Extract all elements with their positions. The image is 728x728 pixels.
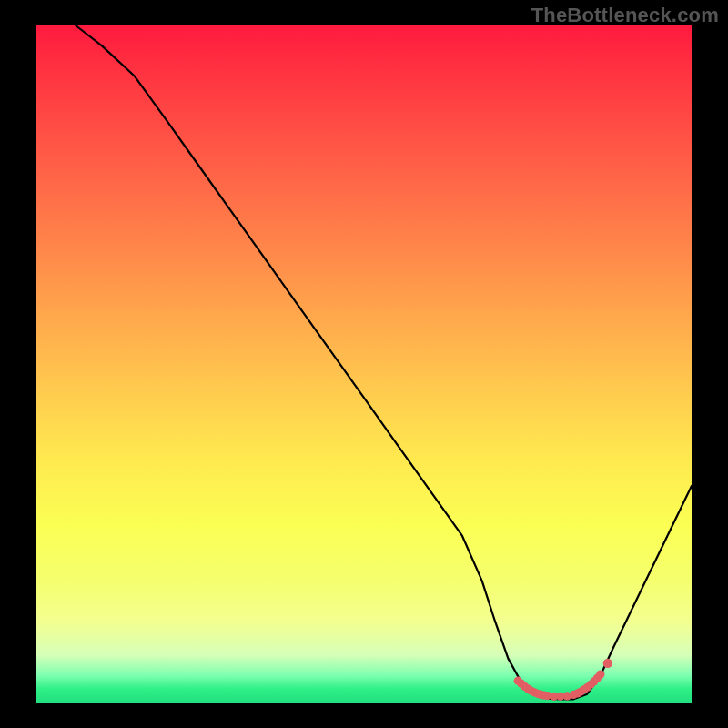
watermark-text: TheBottleneck.com [531, 4, 719, 27]
optimal-zone-marker [514, 659, 612, 701]
chart-frame: TheBottleneck.com [0, 0, 728, 728]
chart-svg [36, 25, 692, 703]
bottleneck-curve [76, 25, 692, 699]
optimal-zone-dot [603, 659, 612, 668]
plot-area [36, 25, 692, 703]
optimal-zone-dot [596, 671, 604, 679]
